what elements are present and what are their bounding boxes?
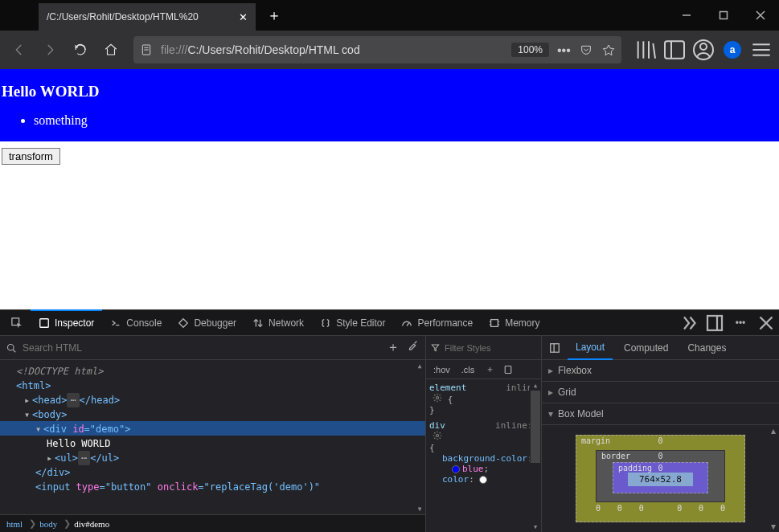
page-viewport: Hello WORLD something transform	[0, 69, 779, 310]
close-icon[interactable]: ✕	[239, 11, 248, 23]
styles-filter-bar	[426, 336, 541, 360]
section-flexbox[interactable]: ▸Flexbox	[542, 360, 779, 382]
color-swatch-white[interactable]	[479, 476, 487, 484]
svg-line-33	[13, 350, 15, 352]
svg-line-11	[653, 43, 655, 59]
svg-rect-20	[40, 319, 49, 328]
tab-layout[interactable]: Layout	[568, 336, 613, 360]
ul-tag[interactable]: <ul>	[55, 452, 78, 464]
extension-badge[interactable]: a	[720, 37, 745, 63]
html-open-tag[interactable]: <html>	[16, 380, 51, 391]
box-model-content: 764×52.8	[628, 473, 693, 486]
eyedropper-icon[interactable]	[408, 339, 419, 350]
rule-selector-element: element	[429, 383, 466, 393]
layout-tabs: Layout Computed Changes	[542, 336, 779, 360]
styles-scrollbar[interactable]: ▴ ▾	[530, 379, 541, 532]
breadcrumb-body[interactable]: body	[39, 519, 57, 529]
html-scrollbar[interactable]: ▴ ▾	[414, 360, 425, 514]
svg-point-36	[437, 435, 439, 437]
layout-scrollbar[interactable]: ▴ ▾	[768, 425, 779, 532]
add-icon[interactable]: ＋	[387, 339, 400, 356]
search-html-input[interactable]	[23, 342, 380, 354]
svg-point-35	[437, 397, 439, 399]
tab-changes[interactable]: Changes	[679, 336, 734, 360]
tab-console[interactable]: Console	[102, 310, 170, 336]
search-icon	[6, 343, 16, 353]
browser-tab[interactable]: /C:/Users/Rohit/Desktop/HTML%20 ✕	[39, 3, 256, 31]
minimize-button[interactable]	[668, 0, 705, 31]
page-list: something	[2, 113, 777, 128]
browser-toolbar: file:///C:/Users/Rohit/Desktop/HTML cod …	[0, 31, 779, 69]
selected-node[interactable]: ▾<div id="demo">	[0, 421, 425, 436]
section-grid[interactable]: ▸Grid	[542, 382, 779, 403]
page-icon	[140, 43, 153, 56]
tab-debugger[interactable]: Debugger	[170, 310, 244, 336]
tab-performance[interactable]: Performance	[393, 310, 481, 336]
tab-network[interactable]: Network	[244, 310, 312, 336]
overflow-icon[interactable]	[679, 313, 699, 333]
menu-button[interactable]	[748, 37, 774, 63]
devtools-close-icon[interactable]	[756, 313, 776, 333]
url-text: file:///C:/Users/Rohit/Desktop/HTML cod	[161, 43, 506, 56]
breadcrumb-html[interactable]: html	[6, 519, 23, 529]
devtools-tabs: Inspector Console Debugger Network Style…	[0, 310, 779, 336]
cls-toggle[interactable]: .cls	[459, 365, 478, 374]
transform-button[interactable]: transform	[2, 148, 60, 165]
new-tab-button[interactable]: ＋	[262, 3, 286, 27]
address-bar[interactable]: file:///C:/Users/Rohit/Desktop/HTML cod …	[133, 36, 621, 63]
prop-bg[interactable]: background-color	[442, 453, 527, 464]
back-button[interactable]	[5, 35, 34, 64]
more-icon[interactable]: •••	[557, 43, 570, 56]
hov-toggle[interactable]: :hov	[431, 365, 453, 374]
window-titlebar: /C:/Users/Rohit/Desktop/HTML%20 ✕ ＋	[0, 0, 779, 31]
color-swatch-blue[interactable]	[452, 465, 460, 473]
styles-panel: :hov .cls ＋ element inline { } div inlin…	[426, 336, 542, 532]
reload-button[interactable]	[66, 35, 95, 64]
zoom-badge[interactable]: 100%	[511, 43, 549, 57]
gear-icon[interactable]	[433, 431, 442, 440]
tab-inspector[interactable]: Inspector	[31, 309, 102, 335]
svg-point-32	[8, 344, 14, 350]
breadcrumb-div[interactable]: div#demo	[74, 519, 109, 529]
tab-style-editor[interactable]: Style Editor	[312, 310, 393, 336]
layout-panel: Layout Computed Changes ▸Flexbox ▸Grid ▾…	[542, 336, 779, 532]
window-close-button[interactable]	[742, 0, 779, 31]
body-tag[interactable]: <body>	[32, 409, 67, 420]
gear-icon[interactable]	[433, 393, 442, 403]
devtools-panel: Inspector Console Debugger Network Style…	[0, 309, 779, 532]
styles-body[interactable]: element inline { } div inline:3 { backgr…	[426, 379, 541, 532]
prop-color[interactable]: color	[442, 474, 469, 485]
text-node[interactable]: Hello WORLD	[47, 438, 110, 449]
tab-memory[interactable]: Memory	[481, 310, 547, 336]
page-heading: Hello WORLD	[2, 83, 777, 100]
library-icon[interactable]	[633, 37, 658, 63]
input-tag[interactable]: <input	[35, 481, 70, 493]
tab-computed[interactable]: Computed	[616, 336, 676, 360]
filter-styles-input[interactable]	[445, 343, 536, 353]
pocket-icon[interactable]	[580, 43, 592, 56]
head-tag[interactable]: <head>	[32, 395, 67, 406]
div-close-tag[interactable]: </div>	[35, 467, 70, 478]
maximize-button[interactable]	[705, 0, 742, 31]
home-button[interactable]	[96, 35, 125, 64]
kebab-icon[interactable]: •••	[731, 313, 750, 333]
section-boxmodel[interactable]: ▾Box Model	[542, 403, 779, 425]
sidebar-toggle-icon[interactable]	[545, 342, 564, 354]
dock-icon[interactable]	[705, 313, 724, 333]
tab-title: /C:/Users/Rohit/Desktop/HTML%20	[47, 11, 232, 23]
star-icon[interactable]	[602, 43, 615, 56]
svg-rect-12	[665, 41, 684, 58]
sidebar-icon[interactable]	[662, 37, 687, 63]
svg-point-15	[700, 43, 707, 50]
svg-line-22	[407, 323, 409, 326]
forward-button[interactable]	[35, 35, 64, 64]
html-tree[interactable]: <!DOCTYPE html> <html> ▸<head>⋯</head> ▾…	[0, 360, 425, 514]
window-controls	[668, 0, 779, 31]
svg-rect-28	[707, 316, 722, 330]
pick-element-button[interactable]	[3, 310, 31, 336]
stylesheet-icon[interactable]	[503, 365, 513, 374]
add-rule-icon[interactable]: ＋	[483, 363, 497, 375]
funnel-icon	[431, 343, 440, 352]
tab-strip: /C:/Users/Rohit/Desktop/HTML%20 ✕ ＋	[0, 0, 286, 31]
account-icon[interactable]	[691, 37, 716, 63]
